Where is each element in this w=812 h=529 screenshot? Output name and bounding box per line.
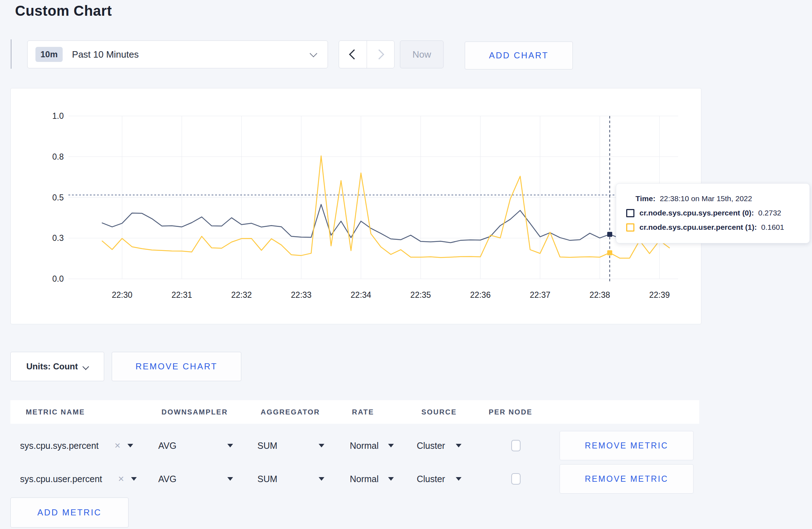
table-row: sys.cpu.sys.percent × AVG SUM Normal Clu… [10,431,699,461]
downsampler-select[interactable]: AVG [158,431,177,461]
metric-name-dropdown-icon[interactable] [127,431,133,461]
caret-down-icon [127,444,133,447]
chevron-right-icon [374,49,384,59]
metrics-table-header: METRIC NAME DOWNSAMPLER AGGREGATOR RATE … [10,400,699,424]
y-tick-label: 0.3 [52,233,64,243]
col-header-metric-name: METRIC NAME [26,400,85,424]
chevron-left-icon [349,49,359,59]
cpu-chart[interactable]: 0.00.30.50.81.022:3022:3122:3222:3322:34… [11,88,701,324]
caret-down-icon [227,477,233,481]
page-title: Custom Chart [15,3,112,19]
col-header-downsampler: DOWNSAMPLER [161,400,228,424]
close-icon[interactable]: × [115,431,120,461]
rate-caret[interactable] [388,431,394,461]
time-range-label: Past 10 Minutes [72,49,139,60]
next-time-button[interactable] [367,41,395,68]
y-tick-label: 1.0 [52,111,64,121]
aggregator-caret[interactable] [319,464,324,494]
y-tick-label: 0.5 [52,193,64,202]
series-swatch-icon [626,209,634,217]
per-node-checkbox[interactable] [511,473,521,485]
chevron-down-icon [310,50,317,57]
col-header-aggregator: AGGREGATOR [261,400,320,424]
caret-down-icon [227,444,233,447]
tooltip-time-value: 22:38:10 on Mar 15th, 2022 [660,194,752,203]
series-swatch-icon [626,223,634,232]
x-tick-label: 22:30 [112,290,132,300]
caret-down-icon [388,477,394,481]
add-metric-button[interactable]: ADD METRIC [10,498,129,528]
tooltip-series-row: cr.node.sys.cpu.user.percent (1): 0.1601 [626,220,809,234]
tooltip-time-label: Time: [635,194,656,203]
source-select[interactable]: Cluster [417,431,445,461]
col-header-per-node: PER NODE [489,400,532,424]
units-label: Units: Count [26,361,78,372]
rate-caret[interactable] [388,464,394,494]
aggregator-caret[interactable] [319,431,324,461]
col-header-source: SOURCE [421,400,457,424]
caret-down-icon [388,444,394,447]
series-line [102,204,669,243]
tooltip-time-row: Time: 22:38:10 on Mar 15th, 2022 [635,191,809,206]
time-step-group [339,40,395,68]
tooltip-series-value: 0.1601 [761,223,784,232]
x-tick-label: 22:39 [649,290,670,300]
downsampler-caret[interactable] [227,464,233,494]
crosshair-marker [607,250,612,255]
x-tick-label: 22:33 [291,290,312,300]
now-button[interactable]: Now [400,40,444,68]
add-chart-button[interactable]: ADD CHART [465,42,573,69]
metric-name-value[interactable]: sys.cpu.user.percent [20,464,102,494]
downsampler-caret[interactable] [227,431,233,461]
x-tick-label: 22:36 [470,290,491,300]
per-node-checkbox[interactable] [511,440,521,451]
units-select[interactable]: Units: Count [10,352,104,381]
rate-select[interactable]: Normal [350,431,379,461]
time-range-badge: 10m [35,47,63,62]
chart-card: 0.00.30.50.81.022:3022:3122:3222:3322:34… [10,88,701,324]
tooltip-series-label: cr.node.sys.cpu.sys.percent (0): [639,209,754,217]
x-tick-label: 22:34 [351,290,371,300]
tooltip-series-label: cr.node.sys.cpu.user.percent (1): [639,223,757,232]
chart-tooltip: Time: 22:38:10 on Mar 15th, 2022 cr.node… [616,183,810,243]
table-row: sys.cpu.user.percent × AVG SUM Normal Cl… [10,464,699,494]
tooltip-series-value: 0.2732 [758,209,781,217]
col-header-rate: RATE [352,400,374,424]
close-icon[interactable]: × [118,464,124,494]
caret-down-icon [319,477,324,481]
downsampler-select[interactable]: AVG [158,464,177,494]
tooltip-series-row: cr.node.sys.cpu.sys.percent (0): 0.2732 [626,206,809,220]
x-tick-label: 22:37 [530,290,551,300]
y-tick-label: 0.0 [52,274,64,283]
series-line [102,156,669,258]
prev-time-button[interactable] [339,41,367,68]
x-tick-label: 22:32 [231,290,252,300]
y-tick-label: 0.8 [52,152,64,161]
remove-metric-button[interactable]: REMOVE METRIC [560,431,693,460]
x-tick-label: 22:35 [410,290,431,300]
x-tick-label: 22:38 [589,290,610,300]
rate-select[interactable]: Normal [350,464,379,494]
crosshair-marker [607,232,612,237]
toolbar-left-divider [11,39,11,69]
source-select[interactable]: Cluster [417,464,445,494]
caret-down-icon [456,444,461,447]
x-tick-label: 22:31 [171,290,192,300]
source-caret[interactable] [456,464,461,494]
aggregator-select[interactable]: SUM [257,464,277,494]
per-node-cell [511,464,521,494]
source-caret[interactable] [456,431,461,461]
time-range-select[interactable]: 10m Past 10 Minutes [27,40,328,68]
metric-name-dropdown-icon[interactable] [131,464,137,494]
chevron-down-icon [83,363,89,370]
per-node-cell [511,431,521,461]
caret-down-icon [456,477,461,481]
caret-down-icon [131,477,137,481]
remove-metric-button[interactable]: REMOVE METRIC [560,464,693,494]
remove-chart-button[interactable]: REMOVE CHART [112,352,241,381]
aggregator-select[interactable]: SUM [257,431,277,461]
caret-down-icon [319,444,324,447]
metric-name-value[interactable]: sys.cpu.sys.percent [20,431,99,461]
